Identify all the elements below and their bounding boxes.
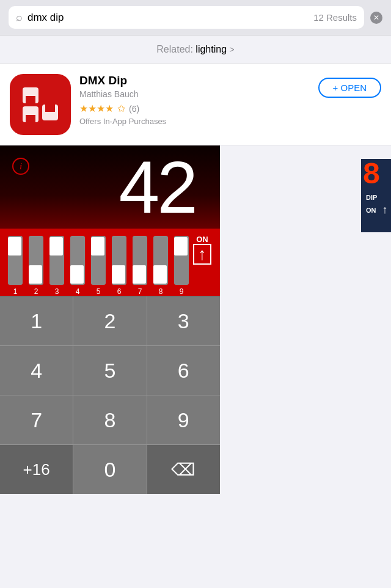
numpad-key-8[interactable]: 8 xyxy=(73,395,146,444)
app-screenshot: i 42 1 2 3 xyxy=(0,145,220,494)
screenshot-section: i 42 1 2 3 xyxy=(0,145,391,494)
half-star-icon: ✩ xyxy=(117,103,125,114)
dip-label-1: 1 xyxy=(13,287,18,296)
numpad: 1 2 3 4 5 6 7 8 9 +16 0 ⌫ xyxy=(0,296,220,494)
iap-text: Offers In-App Purchases xyxy=(79,117,166,126)
related-lighting-link[interactable]: lighting xyxy=(196,44,227,54)
dip-switch-4: 4 xyxy=(68,236,87,296)
app-name: DMX Dip xyxy=(79,74,166,87)
rating-count: (6) xyxy=(129,104,139,114)
numpad-key-0[interactable]: 0 xyxy=(73,445,146,494)
search-input-container[interactable]: ⌕ dmx dip 12 Results xyxy=(9,6,364,29)
on-button[interactable]: ON ↑ xyxy=(193,235,211,265)
numpad-key-5[interactable]: 5 xyxy=(73,346,146,395)
on-label: ON xyxy=(196,235,208,244)
numpad-key-1[interactable]: 1 xyxy=(0,296,73,345)
app-rating-row: ★★★★ ✩ (6) xyxy=(79,103,166,114)
dip-label-8: 8 xyxy=(159,287,163,296)
dip-label-3: 3 xyxy=(55,287,59,296)
dip-label-2: 2 xyxy=(34,287,38,296)
numpad-key-7[interactable]: 7 xyxy=(0,395,73,444)
app-icon[interactable] xyxy=(10,74,71,135)
numpad-key-plus16[interactable]: +16 xyxy=(0,445,73,494)
info-icon: i xyxy=(12,158,29,175)
search-results-count: 12 Results xyxy=(313,12,357,23)
screenshot-top: i 42 xyxy=(0,145,220,229)
numpad-key-backspace[interactable]: ⌫ xyxy=(147,445,220,494)
dip-label-5: 5 xyxy=(97,287,101,296)
dmx-value: 42 xyxy=(119,150,196,224)
dip-switch-6: 6 xyxy=(110,236,128,296)
dip-switch-2: 2 xyxy=(27,236,45,296)
chevron-right-icon: > xyxy=(230,45,235,54)
dip-switch-9: 9 xyxy=(172,236,191,296)
numpad-key-9[interactable]: 9 xyxy=(147,395,220,444)
search-bar: ⌕ dmx dip 12 Results ✕ xyxy=(0,0,391,35)
app-developer: Matthias Bauch xyxy=(79,89,166,99)
dip-switch-8: 8 xyxy=(152,236,170,296)
numpad-key-2[interactable]: 2 xyxy=(73,296,146,345)
dip-switch-1: 1 xyxy=(6,236,24,296)
dip-label-9: 9 xyxy=(180,287,184,296)
dip-label-7: 7 xyxy=(138,287,142,296)
dip-label-4: 4 xyxy=(76,287,80,296)
stars-icon: ★★★★ xyxy=(79,103,114,114)
dip-switch-7: 7 xyxy=(131,236,149,296)
on-arrow-icon: ↑ xyxy=(193,244,211,265)
numpad-key-6[interactable]: 6 xyxy=(147,346,220,395)
numpad-key-3[interactable]: 3 xyxy=(147,296,220,345)
app-info: DMX Dip Matthias Bauch ★★★★ ✩ (6) Offers… xyxy=(79,74,381,126)
dip-label-6: 6 xyxy=(117,287,122,296)
dip-switches: 1 2 3 4 xyxy=(0,229,220,296)
backspace-icon: ⌫ xyxy=(171,460,196,480)
search-query: dmx dip xyxy=(27,12,309,24)
dip-switch-3: 3 xyxy=(48,236,66,296)
dip-switch-5: 5 xyxy=(89,236,108,296)
search-icon: ⌕ xyxy=(16,11,23,24)
open-button[interactable]: + OPEN xyxy=(318,78,381,98)
related-bar: Related: lighting > xyxy=(0,35,391,64)
related-label: Related: xyxy=(156,44,193,54)
app-icon-graphic xyxy=(23,87,58,122)
app-listing-row: DMX Dip Matthias Bauch ★★★★ ✩ (6) Offers… xyxy=(0,64,391,145)
numpad-key-4[interactable]: 4 xyxy=(0,346,73,395)
clear-search-button[interactable]: ✕ xyxy=(370,12,382,24)
